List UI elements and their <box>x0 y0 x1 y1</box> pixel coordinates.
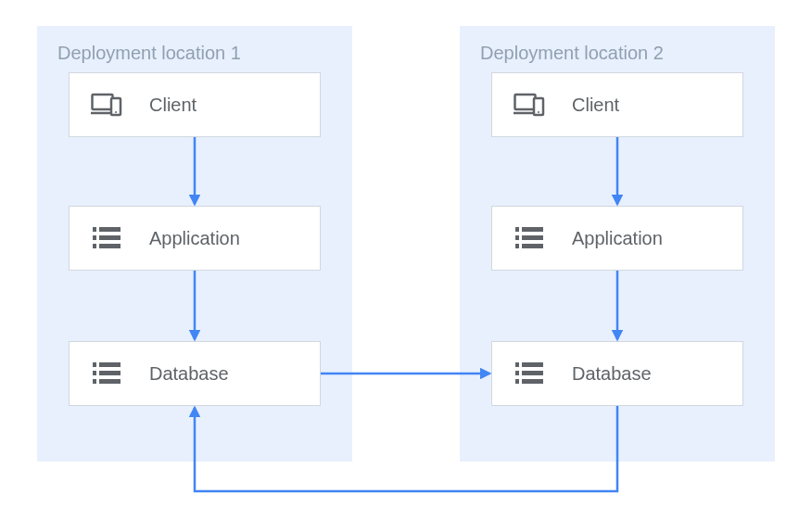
node-label: Client <box>149 95 197 116</box>
client-icon <box>513 93 546 117</box>
svg-point-3 <box>115 111 117 113</box>
node-label: Database <box>149 363 229 385</box>
node-database-2: Database <box>491 341 743 406</box>
node-database-1: Database <box>69 341 321 406</box>
svg-rect-20 <box>515 227 519 232</box>
svg-rect-4 <box>93 227 96 232</box>
svg-rect-22 <box>515 235 519 240</box>
node-application-1: Application <box>69 206 321 271</box>
svg-rect-5 <box>99 227 120 232</box>
node-label: Application <box>149 228 240 249</box>
svg-rect-31 <box>522 379 543 384</box>
diagram-canvas: Deployment location 1 Deployment locatio… <box>0 0 799 532</box>
svg-rect-24 <box>515 244 519 248</box>
svg-rect-12 <box>93 371 96 375</box>
svg-rect-15 <box>99 379 120 384</box>
stack-icon <box>513 227 546 249</box>
client-icon <box>90 93 123 117</box>
node-application-2: Application <box>491 206 743 271</box>
svg-rect-26 <box>515 362 519 367</box>
svg-rect-11 <box>99 362 120 367</box>
svg-rect-16 <box>515 95 536 109</box>
svg-point-19 <box>538 111 539 113</box>
svg-rect-0 <box>93 95 113 109</box>
node-label: Client <box>572 95 619 116</box>
svg-rect-27 <box>522 362 543 367</box>
node-client-1: Client <box>69 72 321 137</box>
svg-rect-10 <box>93 362 96 367</box>
region-title-2: Deployment location 2 <box>480 43 664 64</box>
svg-rect-8 <box>93 244 96 248</box>
stack-icon <box>513 362 546 385</box>
stack-icon <box>90 362 123 385</box>
node-label: Application <box>572 228 663 249</box>
svg-rect-7 <box>99 235 120 240</box>
svg-rect-29 <box>522 371 543 375</box>
node-label: Database <box>572 363 652 385</box>
svg-rect-28 <box>515 371 519 375</box>
stack-icon <box>90 227 123 249</box>
svg-rect-30 <box>515 379 519 384</box>
svg-rect-23 <box>522 235 543 240</box>
node-client-2: Client <box>491 72 743 137</box>
svg-rect-25 <box>522 244 543 248</box>
region-title-1: Deployment location 1 <box>57 43 241 64</box>
svg-rect-13 <box>99 371 120 375</box>
svg-rect-9 <box>99 244 120 248</box>
svg-rect-21 <box>522 227 543 232</box>
svg-rect-14 <box>93 379 96 384</box>
svg-rect-6 <box>93 235 96 240</box>
